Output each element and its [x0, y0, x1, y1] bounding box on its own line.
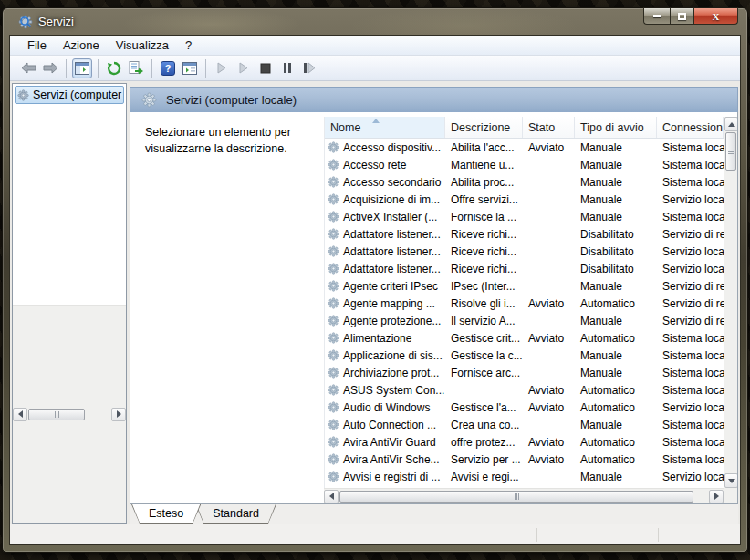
service-row[interactable]: Adattatore listener... Riceve richi... D…: [325, 243, 724, 260]
service-logon-as: Sistema locale: [657, 436, 724, 449]
service-row[interactable]: Agente criteri IPsec IPsec (Inter... Man…: [325, 277, 724, 295]
column-header-connessione[interactable]: Connessione: [657, 117, 724, 138]
scroll-thumb[interactable]: [339, 491, 693, 503]
scroll-thumb[interactable]: [28, 409, 85, 420]
service-row[interactable]: ActiveX Installer (... Fornisce la ... M…: [325, 208, 724, 225]
service-name-cell: Avvisi e registri di ...: [325, 471, 445, 483]
scroll-left-button[interactable]: [324, 490, 339, 503]
scroll-thumb[interactable]: [725, 132, 736, 171]
menu-file[interactable]: File: [19, 36, 55, 54]
service-row[interactable]: Adattatore listener... Riceve richi... D…: [325, 225, 724, 243]
service-gear-icon: [328, 245, 339, 257]
service-status: Avviato: [523, 453, 575, 466]
restart-service-button[interactable]: [299, 58, 319, 78]
show-console-tree-button[interactable]: [72, 58, 92, 78]
service-name-cell: Accesso dispositiv...: [325, 141, 445, 154]
scroll-right-button[interactable]: [709, 490, 724, 503]
service-description: Abilita proc...: [445, 176, 523, 189]
service-logon-as: Sistema locale: [657, 349, 724, 362]
service-name: ASUS System Con...: [343, 384, 444, 397]
service-row[interactable]: Accesso dispositiv... Abilita l'acc... A…: [325, 139, 724, 156]
tree-horizontal-scrollbar[interactable]: [13, 305, 126, 523]
scroll-track[interactable]: [724, 171, 737, 473]
service-logon-as: Servizio locale: [657, 401, 724, 414]
stop-icon: [260, 63, 271, 74]
service-gear-icon: [328, 384, 339, 396]
column-header-nome[interactable]: Nome: [325, 117, 445, 138]
action-pane-icon: [182, 62, 197, 75]
service-logon-as: Servizio di rete: [657, 228, 724, 241]
column-header-descrizione[interactable]: Descrizione: [445, 117, 523, 138]
service-rows: Accesso dispositiv... Abilita l'acc... A…: [325, 139, 724, 488]
service-name: Agente criteri IPsec: [343, 280, 438, 293]
service-row[interactable]: Archiviazione prot... Fornisce arc... Ma…: [325, 364, 724, 381]
view-tab-strip: Esteso Standard: [130, 504, 738, 524]
service-row[interactable]: Agente protezione... Il servizio A... Ma…: [325, 312, 724, 329]
minimize-button[interactable]: [643, 7, 670, 25]
service-startup-type: Manuale: [575, 280, 657, 293]
service-row[interactable]: Acquisizione di im... Offre servizi... M…: [325, 191, 724, 208]
tab-esteso[interactable]: Esteso: [131, 504, 201, 524]
close-button[interactable]: X: [694, 7, 738, 25]
menu-azione[interactable]: Azione: [55, 36, 108, 54]
column-header-tipo-di-avvio[interactable]: Tipo di avvio: [575, 117, 657, 138]
service-startup-type: Manuale: [575, 315, 657, 327]
service-name-cell: Avira AntiVir Sche...: [325, 453, 445, 466]
resume-service-button[interactable]: [234, 58, 254, 78]
service-row[interactable]: Alimentazione Gestisce crit... Avviato A…: [325, 329, 724, 347]
service-name-cell: Adattatore listener...: [325, 263, 445, 275]
restart-icon: [303, 62, 316, 74]
refresh-button[interactable]: [104, 58, 124, 78]
service-name: Avira AntiVir Sche...: [343, 453, 440, 466]
service-row[interactable]: Accesso rete Mantiene u... Manuale Siste…: [325, 156, 724, 173]
play-icon: [216, 62, 227, 74]
service-description: Riceve richi...: [445, 245, 523, 258]
service-row[interactable]: Auto Connection ... Crea una co... Manua…: [325, 416, 724, 433]
service-logon-as: Sistema locale: [657, 176, 724, 189]
column-label: Connessione: [662, 121, 724, 134]
show-action-pane-button[interactable]: [180, 58, 200, 78]
tab-label: Standard: [213, 507, 259, 520]
service-name: Avira AntiVir Guard: [343, 436, 436, 449]
column-label: Nome: [330, 121, 360, 134]
help-button[interactable]: ?: [158, 58, 178, 78]
stop-service-button[interactable]: [255, 58, 276, 78]
scroll-up-button[interactable]: [724, 117, 738, 131]
service-name: Adattatore listener...: [343, 228, 441, 241]
service-startup-type: Manuale: [575, 211, 657, 223]
start-service-button[interactable]: [212, 58, 232, 78]
service-row[interactable]: Adattatore listener... Riceve richi... D…: [325, 260, 724, 277]
service-row[interactable]: Agente mapping ... Risolve gli i... Avvi…: [325, 295, 724, 312]
pause-service-button[interactable]: [277, 58, 297, 78]
service-description: Risolve gli i...: [445, 297, 523, 310]
tree-item-label: Servizi (computer: [33, 88, 121, 101]
toolbar: ?: [10, 56, 740, 81]
service-gear-icon: [328, 141, 339, 153]
forward-button[interactable]: [40, 58, 60, 78]
service-name: Archiviazione prot...: [343, 367, 439, 379]
scroll-right-button[interactable]: [111, 408, 126, 421]
service-row[interactable]: ASUS System Con... Avviato Automatico Si…: [325, 381, 724, 399]
service-row[interactable]: Avira AntiVir Guard offre protez... Avvi…: [325, 433, 724, 451]
service-row[interactable]: Applicazione di sis... Gestisce la c... …: [325, 347, 724, 364]
column-header-stato[interactable]: Stato: [523, 117, 575, 138]
maximize-button[interactable]: [670, 7, 694, 25]
tab-standard[interactable]: Standard: [195, 504, 276, 524]
list-horizontal-scrollbar[interactable]: [324, 488, 724, 503]
export-list-button[interactable]: [126, 58, 146, 78]
service-row[interactable]: Avira AntiVir Sche... Servizio per ... A…: [325, 451, 724, 468]
tree-item-services-root[interactable]: Servizi (computer: [15, 86, 124, 104]
content-area: Servizi (computer: [10, 81, 740, 524]
service-row[interactable]: Avvisi e registri di ... Avvisi e regi..…: [325, 468, 724, 485]
scroll-left-button[interactable]: [13, 408, 27, 421]
back-button[interactable]: [18, 58, 38, 78]
service-row[interactable]: Audio di Windows Gestisce l'a... Avviato…: [325, 399, 724, 416]
scroll-down-button[interactable]: [724, 473, 738, 488]
service-description: Fornisce arc...: [445, 367, 523, 379]
menu-help[interactable]: ?: [177, 36, 200, 54]
list-vertical-scrollbar[interactable]: [724, 117, 737, 488]
titlebar[interactable]: Servizi X: [9, 8, 741, 35]
service-row[interactable]: Accesso secondario Abilita proc... Manua…: [325, 173, 724, 191]
menu-visualizza[interactable]: Visualizza: [108, 36, 177, 54]
service-gear-icon: [328, 332, 339, 344]
